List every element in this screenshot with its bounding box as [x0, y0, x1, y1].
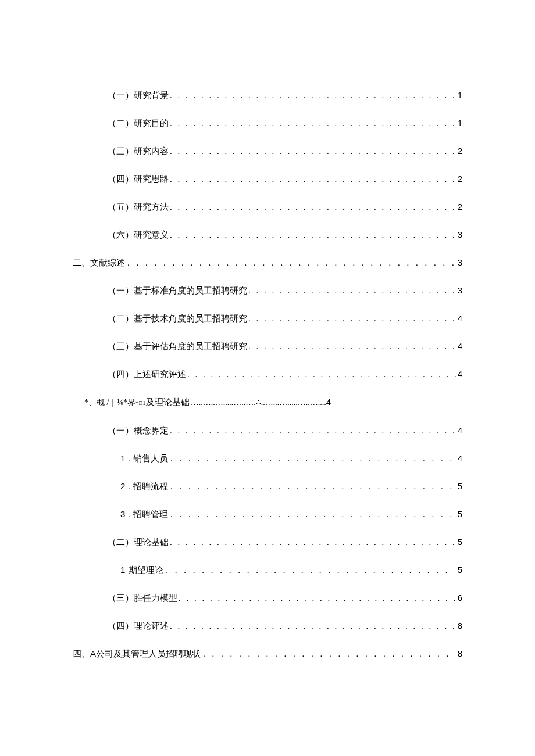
- toc-label: （五）研究方法: [108, 202, 169, 212]
- toc-label: （一）概念界定: [108, 425, 169, 436]
- toc-label: （六）研究意义: [108, 230, 169, 240]
- toc-sep: .: [129, 453, 131, 464]
- toc-label: （二）研究目的: [108, 118, 169, 128]
- toc-label-mid: *E1: [135, 399, 146, 407]
- toc-number: 1: [120, 453, 125, 464]
- toc-page-number: 2: [458, 146, 462, 156]
- toc-leader: . . . . . . . . . . . . . . . . . . . . …: [248, 341, 456, 352]
- toc-label: 招聘流程: [133, 481, 168, 492]
- toc-page-number: 4: [458, 369, 462, 379]
- toc-page-number: 5: [458, 565, 462, 575]
- toc-label: （四）理论评述: [108, 621, 169, 631]
- toc-label-after: 及理论基础: [146, 397, 190, 407]
- toc-entry: *、概 /｜⅛*界*E1 及理论基础…..…..….....…..….∴..….…: [73, 397, 462, 408]
- toc-leader: . . . . . . . . . . . . . . . . . . . . …: [248, 313, 456, 324]
- toc-entry: （一）基于标准角度的员工招聘研究. . . . . . . . . . . . …: [73, 285, 462, 296]
- toc-page-number: 4: [458, 425, 462, 436]
- toc-leader: . . . . . . . . . . . . . . . . . . . . …: [170, 230, 456, 240]
- toc-page-number: 5: [458, 481, 462, 492]
- toc-leader: . . . . . . . . . . . . . . . . . . . . …: [170, 146, 456, 156]
- toc-label: （四）研究思路: [108, 174, 169, 184]
- toc-page-number: 5: [458, 537, 462, 547]
- toc-label: （三）胜任力模型: [108, 593, 177, 603]
- toc-label: （三）研究内容: [108, 146, 169, 156]
- toc-label-suffix: 公司及其管理人员招聘现状: [96, 648, 201, 659]
- toc-sep: .: [129, 481, 131, 492]
- toc-label: 销售人员: [133, 453, 168, 464]
- toc-page-number: 4: [458, 453, 462, 464]
- toc-leader: . . . . . . . . . . . . . . . . . . . . …: [170, 174, 456, 184]
- toc-leader: . . . . . . . . . . . . . . . . . . . . …: [203, 648, 455, 659]
- toc-label: *、概 /｜⅛*界: [84, 398, 135, 408]
- toc-label: （一）基于标准角度的员工招聘研究: [108, 285, 247, 296]
- toc-leader-wave: …..…..….....…..….∴..…...….....…..…....: [191, 398, 326, 408]
- toc-page-number: 3: [458, 257, 462, 268]
- toc-leader: . . . . . . . . . . . . . . . . . . . . …: [170, 509, 455, 519]
- toc-leader: . . . . . . . . . . . . . . . . . . . . …: [170, 425, 456, 436]
- toc-entry: 四、A 公司及其管理人员招聘现状 . . . . . . . . . . . .…: [73, 648, 462, 659]
- toc-leader: . . . . . . . . . . . . . . . . . . . . …: [170, 453, 455, 464]
- toc-entry: （四）上述研究评述. . . . . . . . . . . . . . . .…: [73, 369, 462, 379]
- toc-entry: （五）研究方法. . . . . . . . . . . . . . . . .…: [73, 202, 462, 212]
- toc-entry: （四）研究思路. . . . . . . . . . . . . . . . .…: [73, 174, 462, 184]
- toc-entry: 1.销售人员 . . . . . . . . . . . . . . . . .…: [73, 453, 462, 464]
- toc-entry: 1期望理论 . . . . . . . . . . . . . . . . . …: [73, 565, 462, 575]
- toc-entry: （二）研究目的. . . . . . . . . . . . . . . . .…: [73, 118, 462, 128]
- toc-label: （一）研究背景: [108, 90, 169, 101]
- toc-page-number: 3: [458, 230, 462, 240]
- toc-page-number: 2: [458, 202, 462, 212]
- toc-leader: . . . . . . . . . . . . . . . . . . . . …: [170, 481, 455, 492]
- toc-leader: . . . . . . . . . . . . . . . . . . . . …: [170, 90, 456, 101]
- toc-page-number: 5: [458, 509, 462, 519]
- toc-page-number: 1: [458, 90, 462, 101]
- toc-page: （一）研究背景. . . . . . . . . . . . . . . . .…: [0, 0, 535, 734]
- toc-label: 招聘管理: [133, 509, 168, 519]
- toc-number: 2: [120, 481, 125, 492]
- toc-leader: . . . . . . . . . . . . . . . . . . . . …: [170, 537, 456, 547]
- toc-page-number: 4: [458, 313, 462, 324]
- toc-entry: （六）研究意义. . . . . . . . . . . . . . . . .…: [73, 230, 462, 240]
- toc-entry: （一）概念界定. . . . . . . . . . . . . . . . .…: [73, 425, 462, 436]
- toc-entry: （三）基于评估角度的员工招聘研究. . . . . . . . . . . . …: [73, 341, 462, 352]
- toc-leader: . . . . . . . . . . . . . . . . . . . . …: [248, 285, 456, 296]
- toc-entry: （一）研究背景. . . . . . . . . . . . . . . . .…: [73, 90, 462, 101]
- toc-leader: . . . . . . . . . . . . . . . . . . . . …: [170, 621, 456, 631]
- toc-sep: .: [129, 509, 131, 519]
- toc-entry: 二、文献综述 . . . . . . . . . . . . . . . . .…: [73, 257, 462, 268]
- toc-leader: . . . . . . . . . . . . . . . . . . . . …: [170, 202, 456, 212]
- toc-page-number: 3: [458, 285, 462, 296]
- toc-page-number: 4: [458, 341, 462, 352]
- toc-page-number: 6: [458, 593, 462, 603]
- toc-entry: 3.招聘管理 . . . . . . . . . . . . . . . . .…: [73, 509, 462, 519]
- toc-number: 1: [120, 565, 125, 575]
- toc-label: （四）上述研究评述: [108, 369, 186, 379]
- toc-label: 期望理论: [129, 565, 163, 575]
- toc-leader: . . . . . . . . . . . . . . . . . . . . …: [166, 565, 455, 575]
- toc-label: （二）基于技术角度的员工招聘研究: [108, 313, 247, 324]
- toc-entry: （三）研究内容. . . . . . . . . . . . . . . . .…: [73, 146, 462, 156]
- toc-leader: . . . . . . . . . . . . . . . . . . . . …: [179, 593, 456, 603]
- toc-page-number: 8: [458, 621, 462, 631]
- toc-leader: . . . . . . . . . . . . . . . . . . . . …: [170, 118, 456, 128]
- toc-page-number: 4: [326, 397, 331, 407]
- toc-page-number: 8: [458, 648, 462, 659]
- toc-entry: （三）胜任力模型. . . . . . . . . . . . . . . . …: [73, 593, 462, 603]
- toc-leader: . . . . . . . . . . . . . . . . . . . . …: [187, 369, 456, 379]
- toc-label-prefix: 四、: [73, 648, 90, 659]
- toc-list: （一）研究背景. . . . . . . . . . . . . . . . .…: [73, 90, 462, 659]
- toc-entry: 2.招聘流程 . . . . . . . . . . . . . . . . .…: [73, 481, 462, 492]
- toc-page-number: 1: [458, 118, 462, 128]
- toc-entry: （二）理论基础. . . . . . . . . . . . . . . . .…: [73, 537, 462, 547]
- toc-label-latin: A: [90, 648, 96, 659]
- toc-entry: （四）理论评述. . . . . . . . . . . . . . . . .…: [73, 621, 462, 631]
- toc-label: 二、文献综述: [73, 257, 125, 268]
- toc-label: （二）理论基础: [108, 537, 169, 547]
- toc-page-number: 2: [458, 174, 462, 184]
- toc-number: 3: [120, 509, 125, 519]
- toc-label: （三）基于评估角度的员工招聘研究: [108, 341, 247, 352]
- toc-entry: （二）基于技术角度的员工招聘研究. . . . . . . . . . . . …: [73, 313, 462, 324]
- toc-leader: . . . . . . . . . . . . . . . . . . . . …: [127, 257, 455, 268]
